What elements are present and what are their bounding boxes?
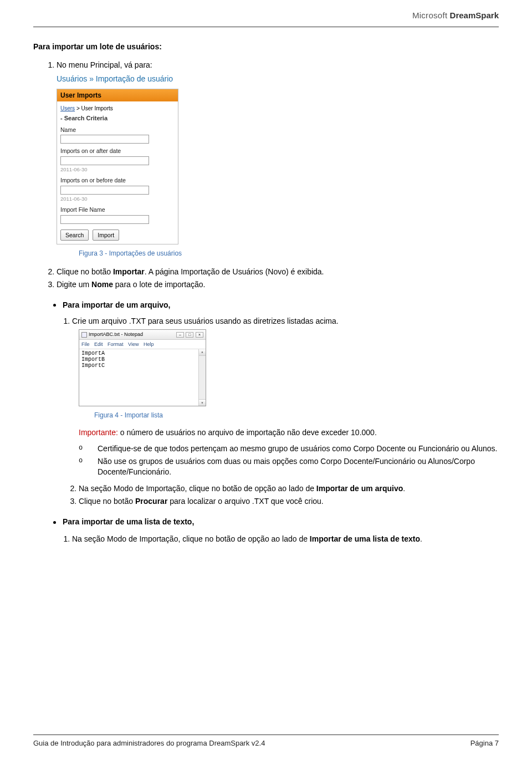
menu-file[interactable]: File: [81, 341, 90, 347]
menu-help[interactable]: Help: [144, 341, 154, 347]
menu-view[interactable]: View: [128, 341, 139, 347]
final-pre: Na seção Modo de Importação, clique no b…: [72, 534, 310, 543]
breadcrumb-users-link[interactable]: Users: [60, 105, 75, 111]
scrollbar[interactable]: ▴ ▾: [198, 349, 206, 406]
scroll-up-icon[interactable]: ▴: [199, 349, 206, 356]
final-bold: Importar de uma lista de texto: [310, 534, 420, 543]
step-2: Clique no botão Importar. A página Impor…: [57, 267, 499, 277]
breadcrumb-sep: >: [75, 105, 81, 111]
file-steps-2-3: Na seção Modo de Importação, clique no b…: [79, 483, 499, 507]
file-step-2: Na seção Modo de Importação, clique no b…: [79, 483, 499, 494]
important-text: o número de usuários no arquivo de impor…: [118, 428, 377, 437]
search-criteria-text: Search Criteria: [64, 115, 108, 121]
fs2-post: .: [403, 484, 405, 493]
label-before-date: Imports on or before date: [60, 176, 175, 184]
bullet-textlist-label: Para importar de uma lista de texto,: [63, 517, 194, 526]
np-line-2: ImportB: [81, 356, 204, 363]
menu-edit[interactable]: Edit: [94, 341, 103, 347]
sub-note-2: Não use os grupos de usuários com duas o…: [79, 456, 499, 477]
document-icon: [81, 332, 87, 338]
step-3: Digite um Nome para o lote de importação…: [57, 279, 499, 290]
textlist-steps: Na seção Modo de Importação, clique no b…: [72, 534, 499, 544]
notepad-title-text: ImportABC.txt - Notepad: [89, 331, 143, 338]
step-2-bold: Importar: [113, 267, 145, 276]
header-rule: [33, 27, 499, 27]
final-post: .: [420, 534, 422, 543]
page-footer: Guia de Introdução para administradores …: [33, 738, 499, 748]
search-button[interactable]: Search: [60, 230, 89, 241]
crie-step: Crie um arquivo .TXT para seus usuários …: [72, 316, 499, 327]
button-row: Search Import: [60, 230, 175, 241]
fs3-pre: Clique no botão: [79, 497, 135, 506]
important-label: Importante:: [79, 428, 118, 437]
sub-notes-list: Certifique-se de que todos pertençam ao …: [79, 443, 499, 477]
footer-right: Página 7: [470, 738, 499, 748]
close-button[interactable]: ×: [196, 332, 203, 338]
user-imports-window: User Imports Users > User Imports - Sear…: [57, 89, 178, 244]
notepad-titlebar: ImportABC.txt - Notepad – □ ×: [79, 330, 206, 339]
scroll-down-icon[interactable]: ▾: [199, 399, 206, 406]
filename-input[interactable]: [60, 215, 149, 224]
footer-left: Guia de Introdução para administradores …: [33, 738, 265, 748]
steps-2-3: Clique no botão Importar. A página Impor…: [57, 267, 499, 290]
fs3-bold: Procurar: [135, 497, 167, 506]
brand-part2: DreamSpark: [450, 11, 499, 20]
bullet-import-file-label: Para importar de um arquivo,: [63, 300, 171, 309]
footer-rule: [33, 735, 499, 735]
window-titlebar: User Imports: [57, 89, 178, 101]
file-step-3: Clique no botão Procurar para localizar …: [79, 496, 499, 507]
fs2-pre: Na seção Modo de Importação, clique no b…: [79, 484, 316, 493]
np-line-1: ImportA: [81, 350, 204, 356]
bullet-dot-icon: [53, 304, 56, 307]
main-steps: No menu Principal, vá para:: [57, 60, 499, 70]
breadcrumb: Users > User Imports: [60, 105, 175, 113]
brand-header: Microsoft DreamSpark: [412, 10, 499, 21]
bullet-import-textlist: Para importar de uma lista de texto,: [53, 517, 499, 527]
name-input[interactable]: [60, 135, 149, 144]
important-note: Importante: o número de usuários no arqu…: [79, 427, 499, 438]
step3-post: para o lote de importação.: [113, 280, 206, 289]
notepad-menu: File Edit Format View Help: [79, 340, 206, 349]
label-name: Name: [60, 126, 175, 134]
textlist-step-1: Na seção Modo de Importação, clique no b…: [72, 534, 499, 544]
np-line-3: ImportC: [81, 363, 204, 369]
minimize-button[interactable]: –: [176, 332, 184, 338]
label-after-date: Imports on or after date: [60, 147, 175, 155]
brand-part1: Microsoft: [412, 11, 448, 20]
breadcrumb-current: User Imports: [81, 105, 113, 111]
notepad-title-group: ImportABC.txt - Notepad: [81, 331, 143, 338]
import-button[interactable]: Import: [93, 230, 119, 241]
after-date-input[interactable]: [60, 156, 149, 165]
fs2-bold: Importar de um arquivo: [316, 484, 403, 493]
file-import-steps: Crie um arquivo .TXT para seus usuários …: [72, 316, 499, 327]
window-body: Users > User Imports - Search Criteria N…: [57, 101, 178, 244]
page-content: Para importar um lote de usuários: No me…: [33, 42, 499, 544]
fs3-post: para localizar o arquivo .TXT que você c…: [167, 497, 323, 506]
figure-3-caption: Figura 3 - Importações de usuários: [79, 249, 499, 258]
maximize-button[interactable]: □: [186, 332, 193, 338]
window-controls: – □ ×: [176, 331, 203, 338]
step3-pre: Digite um: [57, 280, 91, 289]
figure-4-caption: Figura 4 - Importar lista: [94, 411, 499, 420]
bullet-import-file: Para importar de um arquivo,: [53, 300, 499, 310]
bullet-dot-icon-2: [53, 521, 56, 524]
before-date-input[interactable]: [60, 186, 149, 195]
notepad-window: ImportABC.txt - Notepad – □ × File Edit …: [79, 329, 206, 406]
notepad-textarea[interactable]: ImportA ImportB ImportC ▴ ▾: [79, 349, 206, 406]
step3-bold: Nome: [91, 280, 113, 289]
date-hint-1: 2011-06-30: [60, 166, 175, 174]
step-1: No menu Principal, vá para:: [57, 60, 499, 70]
search-criteria-heading: - Search Criteria: [60, 114, 175, 123]
date-hint-2: 2011-06-30: [60, 196, 175, 203]
sub-note-1: Certifique-se de que todos pertençam ao …: [79, 443, 499, 454]
nav-path-link[interactable]: Usuários » Importação de usuário: [57, 74, 499, 84]
label-file-name: Import File Name: [60, 206, 175, 213]
section-title: Para importar um lote de usuários:: [33, 42, 499, 52]
menu-format[interactable]: Format: [108, 341, 124, 347]
